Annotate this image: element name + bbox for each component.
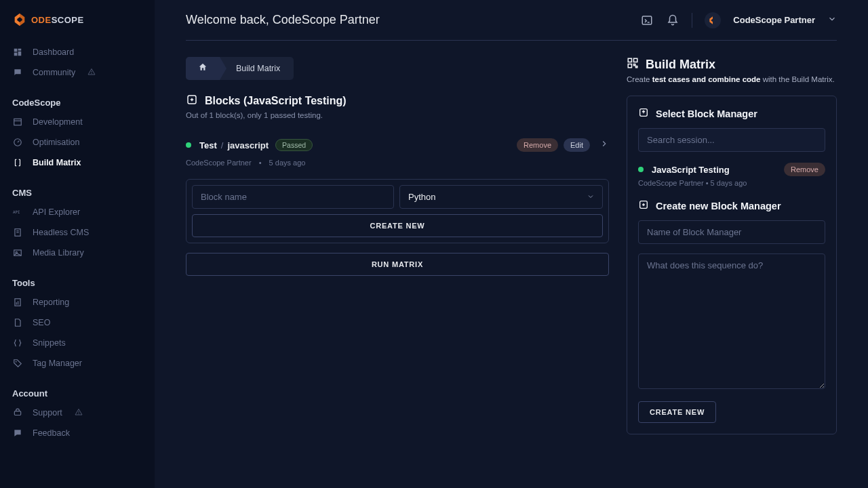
- create-manager-button[interactable]: CREATE NEW: [638, 401, 716, 423]
- sidebar-item-label: Tag Manager: [33, 359, 82, 368]
- sidebar: ODESCOPE Dashboard Community CodeScope D…: [0, 0, 155, 488]
- topbar: Welcome back, CodeScope Partner CodeScop…: [186, 0, 837, 41]
- manager-desc-textarea[interactable]: [638, 253, 825, 389]
- sidebar-item-feedback[interactable]: Feedback: [0, 423, 155, 443]
- new-block-form: Python CREATE NEW: [186, 179, 609, 243]
- topbar-actions: CodeScope Partner: [640, 12, 837, 28]
- svg-point-5: [92, 73, 92, 74]
- breadcrumb-current: Build Matrix: [220, 64, 294, 73]
- bell-icon[interactable]: [666, 14, 679, 27]
- block-age: 5 days ago: [269, 159, 306, 167]
- session-name[interactable]: JavaScript Testing: [652, 165, 730, 175]
- sidebar-item-dashboard[interactable]: Dashboard: [0, 42, 155, 62]
- svg-rect-0: [14, 49, 18, 52]
- sidebar-item-optimisation[interactable]: Optimisation: [0, 132, 155, 152]
- build-matrix-column: Build Matrix Create test cases and combi…: [627, 57, 837, 488]
- session-meta: CodeScope Partner • 5 days ago: [638, 179, 825, 187]
- svg-point-22: [78, 413, 79, 414]
- main: Welcome back, CodeScope Partner CodeScop…: [155, 0, 868, 488]
- svg-rect-28: [634, 58, 637, 62]
- chevron-down-icon[interactable]: [827, 14, 837, 26]
- remove-session-button[interactable]: Remove: [784, 163, 825, 176]
- support-icon: [12, 407, 23, 418]
- side-panel: Select Block Manager JavaScript Testing …: [627, 96, 837, 434]
- sidebar-item-support[interactable]: Support: [0, 403, 155, 423]
- grid-icon: [12, 47, 23, 58]
- breadcrumb-home[interactable]: [186, 57, 220, 80]
- block-author: CodeScope Partner: [186, 159, 252, 167]
- sidebar-item-headless-cms[interactable]: Headless CMS: [0, 222, 155, 243]
- nav-heading-codescope: CodeScope: [0, 91, 155, 112]
- svg-rect-23: [643, 16, 652, 24]
- sidebar-item-seo[interactable]: SEO: [0, 312, 155, 333]
- status-dot-passed: [186, 142, 191, 148]
- braces-icon: [12, 338, 23, 348]
- logo-icon: [12, 12, 27, 27]
- comment-icon: [12, 428, 23, 439]
- sidebar-item-community[interactable]: Community: [0, 62, 155, 83]
- create-new-block-button[interactable]: CREATE NEW: [192, 214, 603, 237]
- brand-logo[interactable]: ODESCOPE: [0, 12, 155, 38]
- report-icon: [12, 297, 23, 308]
- sidebar-item-label: Development: [33, 117, 83, 127]
- manager-name-input[interactable]: [638, 220, 825, 244]
- remove-button[interactable]: Remove: [517, 138, 558, 152]
- block-name-input[interactable]: [192, 185, 394, 209]
- warning-icon: [75, 408, 83, 418]
- chevron-right-icon[interactable]: [599, 139, 609, 151]
- sidebar-item-label: Media Library: [33, 248, 84, 258]
- sidebar-item-label: Support: [33, 408, 62, 418]
- block-name: Test: [199, 140, 217, 150]
- qr-icon: [627, 57, 639, 73]
- block-lang-select[interactable]: Python: [399, 185, 603, 209]
- status-badge: Passed: [275, 139, 313, 151]
- api-icon: API: [12, 207, 23, 218]
- sidebar-item-media-library[interactable]: Media Library: [0, 243, 155, 263]
- sidebar-item-api-explorer[interactable]: API API Explorer: [0, 202, 155, 222]
- breadcrumb: Build Matrix: [186, 57, 294, 80]
- side-title-row: Build Matrix: [627, 57, 837, 73]
- svg-rect-29: [628, 64, 631, 68]
- sidebar-item-tag-manager[interactable]: Tag Manager: [0, 353, 155, 373]
- blocks-title: Blocks (JavaScript Testing): [205, 95, 347, 107]
- status-dot: [638, 167, 644, 172]
- blocks-subtitle: Out of 1 block(s), only 1 passed testing…: [186, 111, 609, 119]
- user-name[interactable]: CodeScope Partner: [733, 15, 815, 25]
- terminal-icon[interactable]: [640, 14, 654, 27]
- sidebar-item-snippets[interactable]: Snippets: [0, 333, 155, 353]
- svg-point-19: [16, 361, 17, 363]
- sidebar-item-label: Build Matrix: [33, 158, 81, 167]
- import-icon: [638, 107, 649, 120]
- image-icon: [12, 247, 23, 258]
- svg-rect-6: [14, 119, 22, 125]
- chat-icon: [12, 67, 23, 78]
- svg-rect-18: [18, 301, 18, 304]
- seo-icon: [12, 317, 23, 328]
- home-icon: [198, 62, 208, 75]
- sidebar-item-label: Community: [33, 68, 75, 77]
- block-row: Test / javascript Passed Remove Edit: [186, 134, 609, 156]
- svg-rect-2: [18, 52, 22, 56]
- blocks-title-row: Blocks (JavaScript Testing): [186, 94, 609, 108]
- edit-button[interactable]: Edit: [564, 138, 590, 152]
- add-block-icon: [186, 94, 198, 108]
- sidebar-item-label: Snippets: [33, 338, 66, 348]
- session-row: JavaScript Testing Remove: [638, 163, 825, 176]
- layout-icon: [12, 117, 23, 127]
- nav-heading-tools: Tools: [0, 271, 155, 292]
- sidebar-item-label: Reporting: [33, 298, 69, 307]
- select-manager-heading: Select Block Manager: [638, 107, 825, 120]
- sidebar-item-label: Headless CMS: [33, 228, 89, 237]
- run-matrix-button[interactable]: RUN MATRIX: [186, 253, 609, 276]
- sidebar-item-reporting[interactable]: Reporting: [0, 292, 155, 312]
- search-session-input[interactable]: [638, 128, 825, 152]
- sidebar-item-label: Optimisation: [33, 138, 79, 147]
- sidebar-item-development[interactable]: Development: [0, 112, 155, 132]
- logo-text: ODESCOPE: [31, 15, 84, 25]
- svg-text:API: API: [13, 210, 20, 214]
- sidebar-item-build-matrix[interactable]: Build Matrix: [0, 152, 155, 173]
- avatar[interactable]: [705, 12, 721, 28]
- warning-icon: [87, 68, 96, 78]
- nav-heading-cms: CMS: [0, 181, 155, 202]
- sidebar-item-label: Dashboard: [33, 47, 74, 57]
